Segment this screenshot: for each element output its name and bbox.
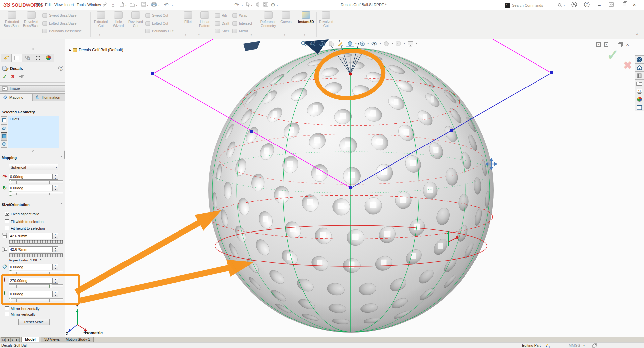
- menu-view[interactable]: View: [54, 3, 63, 7]
- fit-height-checkbox[interactable]: [5, 226, 9, 230]
- confirm-cancel-overlay[interactable]: ✖: [623, 59, 632, 72]
- select-part-filter-button[interactable]: [1, 116, 7, 124]
- restore-button[interactable]: [619, 1, 626, 9]
- azimuth-rotation-slider[interactable]: [9, 284, 63, 288]
- mapping-section-header[interactable]: Mapping: [2, 156, 17, 160]
- swept-cut-button[interactable]: Swept Cut: [145, 13, 168, 18]
- revolved-cut-button[interactable]: Revolved Cut: [127, 11, 144, 28]
- selected-geometry-list[interactable]: Fillet1: [8, 116, 59, 148]
- decal-height-scrubber[interactable]: [9, 253, 63, 257]
- panel-resize-handle[interactable]: [32, 48, 34, 50]
- decal-rotation-field[interactable]: [9, 264, 53, 270]
- view-orientation-button[interactable]: [346, 40, 354, 47]
- vertical-rotation-slider[interactable]: [9, 192, 63, 195]
- solidworks-resources-tab[interactable]: [635, 55, 644, 64]
- status-tag-icon[interactable]: [592, 343, 597, 348]
- home-tab[interactable]: [635, 63, 644, 72]
- fillet-button[interactable]: Fillet: [181, 11, 195, 24]
- decal-handle-left[interactable]: [151, 72, 154, 75]
- instant3d-button[interactable]: Instant3D: [296, 11, 316, 24]
- print-button[interactable]: [150, 2, 158, 8]
- tab-model[interactable]: Model: [21, 337, 39, 342]
- open-button[interactable]: [129, 2, 136, 8]
- decal-height-field[interactable]: [9, 246, 53, 252]
- options-gear-button[interactable]: ⚙: [269, 2, 277, 8]
- mapping-collapse-chevron[interactable]: ^: [61, 156, 62, 159]
- select-dropdown-arrow[interactable]: ▾: [251, 4, 252, 7]
- new-document-button[interactable]: [118, 2, 125, 8]
- swept-boss-base-button[interactable]: Swept Boss/Base: [42, 13, 76, 18]
- wrap-button[interactable]: Wrap: [232, 13, 247, 18]
- cancel-button[interactable]: ✖: [11, 74, 15, 79]
- reset-scale-button[interactable]: Reset Scale: [18, 319, 50, 325]
- minimize-button[interactable]: –: [596, 1, 603, 9]
- feature-manager-tab[interactable]: [1, 54, 12, 62]
- lofted-boss-base-button[interactable]: Lofted Boss/Base: [42, 21, 76, 26]
- decal-width-field[interactable]: [9, 233, 53, 239]
- view-orientation-dropdown[interactable]: ▾: [355, 42, 357, 45]
- property-manager-tab[interactable]: [11, 54, 22, 62]
- decal-handle-bottom[interactable]: [349, 186, 352, 189]
- apply-scene-dropdown[interactable]: ▾: [404, 42, 405, 45]
- search-input[interactable]: Search Commands: [512, 3, 543, 7]
- configuration-manager-tab[interactable]: [22, 54, 33, 62]
- ribbon-collapse-chevron[interactable]: ^: [636, 33, 638, 37]
- decal-center-point[interactable]: [349, 73, 352, 76]
- pin-icon[interactable]: [19, 74, 24, 79]
- custom-properties-tab[interactable]: [635, 103, 644, 111]
- hide-show-dropdown[interactable]: ▾: [380, 42, 381, 45]
- vertical-rotation-field[interactable]: [9, 185, 53, 191]
- options-dropdown-arrow[interactable]: ▾: [277, 4, 278, 7]
- decal-rotation-spinner[interactable]: ▲▼: [53, 264, 58, 270]
- undo-dropdown-arrow[interactable]: ▾: [172, 4, 173, 7]
- tab-3d-views[interactable]: 3D Views: [41, 337, 63, 342]
- zoom-to-area-button[interactable]: [309, 40, 317, 47]
- view-settings-dropdown[interactable]: ▾: [416, 42, 417, 45]
- menu-file[interactable]: File: [36, 3, 42, 7]
- decal-handle-midright[interactable]: [450, 129, 453, 132]
- select-cursor-button[interactable]: [244, 2, 251, 8]
- elevation-rotation-field[interactable]: [9, 291, 53, 297]
- vertical-rotation-spinner[interactable]: ▲▼: [53, 185, 58, 191]
- mirror-vertical-checkbox[interactable]: [5, 312, 9, 316]
- confirm-ok-overlay[interactable]: ✓: [607, 46, 619, 63]
- size-orientation-header[interactable]: Size/Orientation: [2, 203, 30, 207]
- intersect-button[interactable]: Intersect: [232, 21, 252, 26]
- flyout-arrow[interactable]: ▾: [251, 34, 252, 36]
- save-dropdown-arrow[interactable]: ▾: [147, 4, 148, 7]
- horizontal-rotation-slider[interactable]: [9, 180, 63, 184]
- decal-width-spinner[interactable]: ▲▼: [53, 233, 58, 239]
- home-button[interactable]: ⌂: [109, 2, 117, 8]
- edit-appearance-button[interactable]: [382, 40, 391, 47]
- search-commands-box[interactable]: >_ Search Commands ▾: [504, 2, 568, 8]
- previous-view-button[interactable]: [318, 40, 326, 47]
- menu-window[interactable]: Window: [87, 3, 101, 7]
- print-dropdown-arrow[interactable]: ▾: [158, 4, 160, 7]
- open-dropdown-arrow[interactable]: ▾: [136, 4, 137, 7]
- tab-scroll-prev[interactable]: ◀: [6, 337, 10, 342]
- tab-scroll-first[interactable]: |◀: [1, 337, 6, 342]
- zoom-to-fit-button[interactable]: [299, 40, 308, 47]
- flyout-arrow[interactable]: ▾: [99, 34, 100, 36]
- search-dropdown-arrow[interactable]: ▾: [564, 4, 565, 7]
- display-style-button[interactable]: [358, 40, 366, 47]
- mapping-type-select[interactable]: Spherical ▾: [9, 164, 58, 170]
- status-annotation-icon[interactable]: [546, 343, 550, 348]
- flyout-arrow[interactable]: ▾: [304, 34, 305, 36]
- redo-dropdown-arrow[interactable]: ▾: [242, 4, 243, 7]
- display-style-dropdown[interactable]: ▾: [368, 42, 369, 45]
- revolved-boss-base-button[interactable]: Revolved Boss/Base: [22, 11, 40, 28]
- rebuild-button[interactable]: [254, 2, 261, 8]
- select-surface-filter-button[interactable]: [1, 140, 7, 148]
- ok-button[interactable]: ✓: [3, 74, 7, 80]
- section-view-button[interactable]: [327, 40, 335, 47]
- search-icon[interactable]: [558, 3, 562, 8]
- fit-width-checkbox[interactable]: [5, 219, 9, 223]
- appearances-scenes-tab[interactable]: [635, 95, 644, 103]
- boundary-cut-button[interactable]: Boundary Cut: [145, 29, 173, 34]
- tab-illumination[interactable]: Illumination: [33, 93, 65, 101]
- property-manager-toggle[interactable]: [262, 2, 269, 8]
- rib-button[interactable]: Rib: [215, 13, 227, 18]
- shell-button[interactable]: Shell: [215, 29, 229, 34]
- size-collapse-chevron[interactable]: ^: [61, 203, 62, 206]
